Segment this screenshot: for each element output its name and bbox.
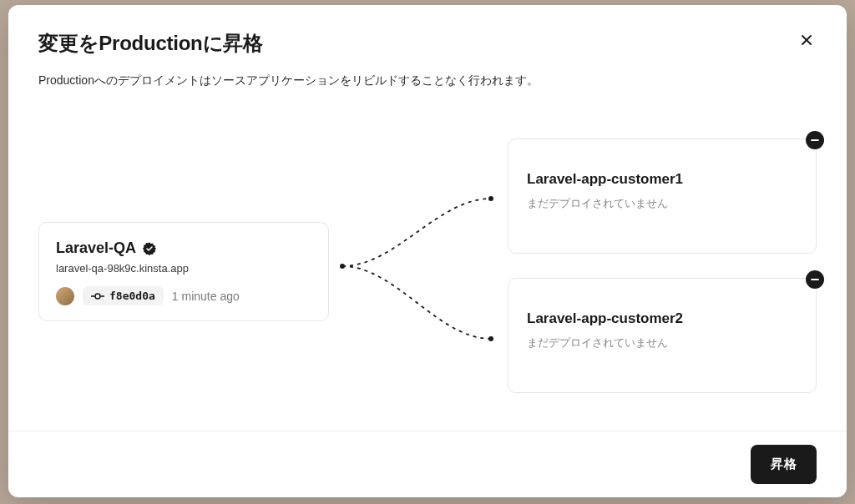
commit-time: 1 minute ago [172, 290, 240, 303]
source-app-url: laravel-qa-98k9c.kinsta.app [56, 262, 311, 275]
commit-hash: f8e0d0a [109, 290, 155, 302]
svg-point-4 [488, 336, 493, 341]
pipeline-connectors [329, 139, 508, 355]
target-app-name: Laravel-app-customer1 [527, 171, 797, 188]
target-card: Laravel-app-customer1 まだデプロイされていません [508, 139, 817, 254]
modal-description: Productionへのデプロイメントはソースアプリケーションをリビルドすること… [38, 73, 817, 88]
modal-title: 変更をProductionに昇格 [38, 30, 263, 57]
remove-target-button[interactable] [806, 270, 824, 289]
commit-icon [91, 292, 104, 300]
source-app-name: Laravel-QA [56, 239, 136, 257]
source-card: Laravel-QA laravel-qa-98k9c.kinsta.app [38, 222, 329, 321]
pipeline: Laravel-QA laravel-qa-98k9c.kinsta.app [38, 139, 817, 406]
minus-icon [810, 275, 820, 285]
svg-point-6 [95, 294, 100, 299]
close-icon [800, 33, 813, 47]
remove-target-button[interactable] [806, 131, 824, 149]
avatar [56, 287, 74, 305]
target-card: Laravel-app-customer2 まだデプロイされていません [508, 278, 817, 393]
svg-point-2 [340, 264, 345, 269]
commit-badge[interactable]: f8e0d0a [83, 286, 164, 305]
verified-icon [143, 242, 156, 255]
target-status: まだデプロイされていません [527, 196, 797, 211]
close-button[interactable] [797, 30, 817, 50]
svg-point-3 [488, 196, 493, 201]
modal-body: Productionへのデプロイメントはソースアプリケーションをリビルドすること… [8, 73, 847, 431]
source-title-row: Laravel-QA [56, 239, 311, 257]
promote-modal: 変更をProductionに昇格 Productionへのデプロイメントはソース… [8, 5, 847, 497]
minus-icon [810, 135, 820, 145]
modal-footer: 昇格 [8, 431, 847, 497]
source-meta: f8e0d0a 1 minute ago [56, 286, 311, 305]
modal-header: 変更をProductionに昇格 [8, 5, 847, 73]
promote-button[interactable]: 昇格 [751, 445, 817, 484]
target-app-name: Laravel-app-customer2 [527, 310, 797, 327]
target-status: まだデプロイされていません [527, 335, 797, 350]
